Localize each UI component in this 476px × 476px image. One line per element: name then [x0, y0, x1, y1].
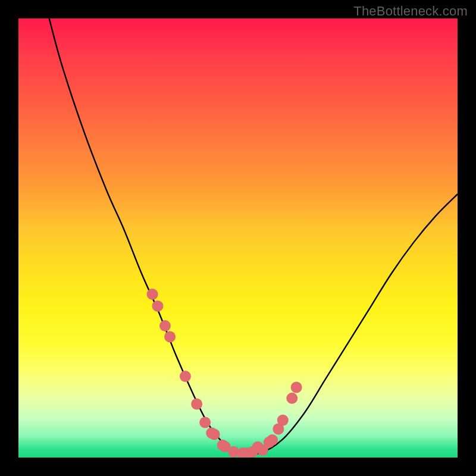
bottleneck-curve	[49, 18, 458, 455]
curve-layer	[18, 18, 458, 458]
data-marker	[164, 331, 176, 343]
data-marker	[286, 393, 298, 404]
data-marker	[277, 415, 289, 426]
marker-layer	[147, 289, 302, 458]
data-marker	[191, 398, 202, 409]
data-marker	[152, 300, 163, 312]
data-marker	[180, 371, 191, 382]
data-marker	[147, 289, 158, 300]
data-marker	[209, 428, 220, 440]
data-marker	[199, 416, 211, 428]
data-marker	[159, 320, 171, 331]
plot-area	[18, 18, 458, 458]
data-marker	[291, 381, 302, 393]
data-marker	[267, 434, 278, 446]
watermark-text: TheBottleneck.com	[353, 4, 468, 19]
chart-frame: TheBottleneck.com	[0, 0, 476, 476]
